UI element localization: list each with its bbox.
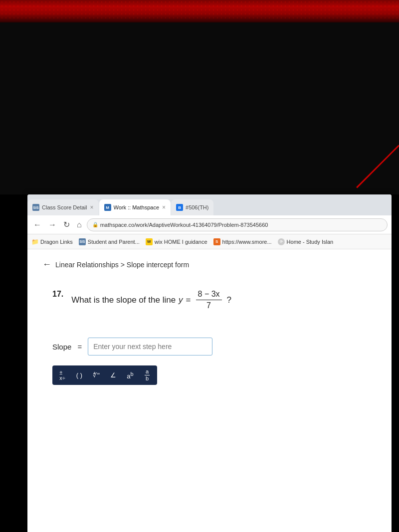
bookmark-label-home-study: Home - Study Islan — [287, 239, 334, 245]
fraction-denominator: 7 — [204, 300, 213, 310]
tab-icon-506: B — [176, 204, 183, 211]
math-toolbar: ±x÷ ( ) ∜∞ ∠ ab a b — [52, 365, 157, 385]
math-btn-plus-minus[interactable]: ±x÷ — [57, 370, 67, 381]
math-btn-superscript[interactable]: ab — [125, 371, 135, 380]
equation-var: y — [179, 295, 183, 305]
forward-button[interactable]: → — [46, 219, 58, 230]
bookmark-smore[interactable]: S https://www.smore... — [213, 238, 272, 245]
answer-input[interactable] — [88, 338, 212, 355]
tab-label-class-score: Class Score Detail — [42, 204, 87, 210]
red-glow-decoration — [0, 0, 399, 22]
fraction-numerator: 8 − 3x — [196, 290, 222, 300]
nav-bar: ← → ↻ ⌂ 🔒 mathspace.co/work/AdaptiveWork… — [27, 215, 392, 234]
problem-container: 17. What is the slope of the line y = 8 … — [42, 285, 377, 390]
bookmark-icon-wix: W — [146, 238, 153, 245]
bookmark-dragon-links[interactable]: 📁 Dragon Links — [31, 238, 73, 245]
breadcrumb-path: Linear Relationships > Slope intercept f… — [55, 261, 189, 269]
back-button[interactable]: ← — [31, 219, 43, 230]
bookmarks-bar: 📁 Dragon Links SIS Student and Parent...… — [27, 234, 392, 249]
bookmark-wix[interactable]: W wix HOME I guidance — [146, 238, 207, 245]
tab-mathspace[interactable]: M Work :: Mathspace × — [99, 199, 171, 215]
slope-label: Slope — [52, 343, 71, 351]
home-button[interactable]: ⌂ — [75, 219, 84, 230]
math-btn-parentheses[interactable]: ( ) — [74, 371, 84, 379]
math-btn-radical[interactable]: ∜∞ — [91, 371, 101, 379]
bookmark-icon-sis: SIS — [79, 238, 86, 245]
bookmark-icon-home: ⟳ — [278, 238, 285, 245]
content-area: ← Linear Relationships > Slope intercept… — [27, 249, 392, 532]
bookmark-label-student-parent: Student and Parent... — [88, 239, 140, 245]
tab-close-class-score[interactable]: × — [90, 204, 93, 211]
tab-icon-mathspace: M — [104, 204, 111, 211]
bookmark-icon-smore: S — [213, 238, 220, 245]
bookmark-student-parent[interactable]: SIS Student and Parent... — [79, 238, 140, 245]
equation-equals: = — [186, 295, 191, 305]
bookmark-label-wix: wix HOME I guidance — [155, 239, 207, 245]
lock-icon: 🔒 — [92, 222, 98, 227]
address-bar[interactable]: 🔒 mathspace.co/work/AdaptiveWorkout-4136… — [87, 218, 388, 231]
answer-row: Slope = — [52, 338, 367, 355]
tab-class-score[interactable]: SIS Class Score Detail × — [27, 199, 99, 215]
bookmark-label-smore: https://www.smore... — [222, 239, 272, 245]
tab-close-mathspace[interactable]: × — [162, 204, 166, 211]
bookmark-home-study[interactable]: ⟳ Home - Study Islan — [278, 238, 334, 245]
tab-bar: SIS Class Score Detail × M Work :: Maths… — [27, 194, 392, 215]
question-prefix: What is the slope of the line — [71, 295, 176, 305]
tab-label-506: #506(TH) — [186, 204, 208, 210]
address-text: mathspace.co/work/AdaptiveWorkout-413640… — [100, 222, 268, 228]
breadcrumb: ← Linear Relationships > Slope intercept… — [42, 259, 377, 270]
math-btn-fraction[interactable]: a b — [142, 368, 152, 382]
breadcrumb-back-arrow[interactable]: ← — [42, 259, 51, 270]
bookmark-label-dragon-links: Dragon Links — [40, 239, 73, 245]
bookmark-icon-folder: 📁 — [31, 238, 38, 245]
problem-number: 17. — [52, 290, 63, 299]
browser-window: SIS Class Score Detail × M Work :: Maths… — [27, 194, 392, 532]
tab-506[interactable]: B #506(TH) — [171, 199, 213, 215]
refresh-button[interactable]: ↻ — [61, 219, 72, 230]
problem-question: What is the slope of the line y = 8 − 3x… — [71, 290, 231, 310]
top-dark-area — [0, 0, 399, 194]
tab-icon-sis: SIS — [32, 204, 39, 211]
tab-label-mathspace: Work :: Mathspace — [114, 204, 160, 210]
question-suffix: ? — [227, 295, 231, 305]
input-equals: = — [77, 343, 82, 351]
fraction: 8 − 3x 7 — [196, 290, 222, 310]
math-btn-angle[interactable]: ∠ — [108, 371, 118, 379]
